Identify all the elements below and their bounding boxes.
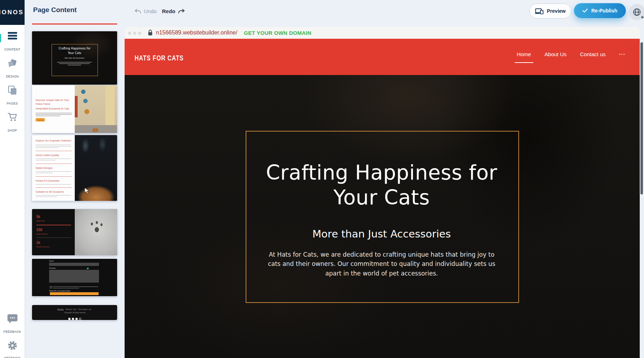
thumb-feature: Hand-Crafted Quality: [36, 154, 72, 156]
section-thumbnail-contact-form[interactable]: Name* Message Please fill in all require…: [32, 259, 117, 296]
social-icon: [75, 318, 78, 320]
thumb-shop-now-button: Shop Now: [36, 118, 45, 122]
undo-icon: [135, 9, 141, 14]
hero-section: Crafting Happiness for Your Cats More th…: [125, 75, 640, 358]
globe-icon: [632, 7, 642, 17]
site-url: n1566589.websitebuilder.online/: [156, 30, 237, 36]
panel-tab-underline: [32, 23, 117, 25]
social-icon: [68, 318, 70, 320]
sidebar-item-design[interactable]: DESIGN: [0, 56, 25, 79]
thumb-feature: Stylish Designs: [36, 167, 72, 169]
thumb-hero-subtitle: More than Just Accessories: [32, 57, 117, 59]
hero-title: Crafting Happiness for Your Cats: [204, 160, 560, 210]
window-dot: [138, 32, 141, 35]
thumb-discover-heading: Discover Unique Hats for Your Feline Fri…: [36, 98, 73, 106]
check-icon: [582, 9, 588, 13]
thumb-hero-title-1: Crafting Happiness for: [32, 47, 117, 50]
form-required-notice: Please fill in all required fields: [49, 290, 70, 292]
form-counter-badge: [87, 268, 89, 269]
settings-gear-icon: [7, 340, 18, 351]
thumb-collection-heading: Explore Our Exquisite Collection: [36, 139, 74, 142]
sidebar-item-label: CONTENT: [0, 48, 25, 51]
sidebar-item-feedback[interactable]: FEEDBACK: [0, 311, 25, 334]
footer-social-row: [32, 315, 117, 320]
nav-item-home[interactable]: Home: [517, 51, 531, 60]
thumb-hero-title-2: Your Cats: [32, 52, 117, 55]
thumb-paw-photo: [75, 209, 117, 255]
devices-icon: [535, 8, 544, 14]
stat-value: 5k: [36, 215, 40, 219]
thumb-feature: Suitable for All Occasions: [36, 191, 72, 193]
stat-label: Happy Cats: [36, 220, 45, 222]
redo-button[interactable]: Redo: [162, 6, 185, 16]
nav-item-about[interactable]: About Us: [545, 51, 567, 60]
section-thumbnail-footer[interactable]: Home About Us Contact us ©Copyright. All…: [32, 305, 117, 320]
sidebar-item-shop[interactable]: SHOP: [0, 110, 25, 133]
stat-label: Unique Designs: [36, 233, 48, 235]
window-dot: [128, 32, 131, 35]
stat-value: 150: [36, 228, 42, 232]
sidebar-item-pages[interactable]: PAGES: [0, 83, 25, 106]
thumb-feature: Perfect Fit Guarantee: [36, 180, 72, 182]
sidebar-item-content[interactable]: CONTENT: [0, 29, 25, 52]
preview-button[interactable]: Preview: [529, 4, 571, 18]
form-name-label: Name*: [49, 260, 54, 262]
feedback-icon: [7, 314, 18, 324]
section-thumbnail-hero[interactable]: Crafting Happiness for Your Cats More th…: [32, 31, 117, 85]
form-name-input: [49, 263, 99, 266]
form-message-label: Message: [49, 267, 56, 269]
pages-icon: [7, 85, 17, 95]
form-checkbox: [50, 286, 52, 288]
social-icon: [79, 318, 81, 320]
redo-icon: [178, 9, 185, 14]
thumb-street-photo: [75, 85, 117, 133]
thumb-cat-photo: [75, 135, 117, 201]
form-submit-button: [50, 292, 99, 295]
thumb-discover-subheading: Handcrafted Exclusively for Cats: [36, 107, 75, 110]
website-builder-app: IONOS CONTENT DESIGN PAGES: [0, 0, 644, 358]
window-dot: [133, 32, 136, 35]
canvas-scrollbar[interactable]: [640, 42, 643, 194]
undo-button[interactable]: Undo: [135, 6, 157, 16]
social-icon: [72, 318, 74, 320]
sidebar-item-label: FEEDBACK: [0, 330, 25, 333]
section-thumbnail-stats[interactable]: 5k Happy Cats 150 Unique Designs 1k Repe…: [32, 209, 117, 255]
republish-button[interactable]: Re-Publish: [574, 3, 626, 18]
nav-overflow-menu[interactable]: ···: [619, 51, 625, 60]
hero-body-text: At Hats for Cats, we are dedicated to cr…: [268, 250, 496, 278]
footer-copyright: ©Copyright. All rights reserved: [32, 312, 117, 314]
globe-status-dot: [641, 16, 644, 18]
stat-value: 1k: [36, 241, 40, 245]
lock-icon: [147, 29, 153, 36]
content-icon: [7, 31, 17, 41]
ionos-logo: IONOS: [0, 0, 25, 25]
sidebar-item-label: DESIGN: [0, 75, 25, 78]
site-brand[interactable]: HATS FOR CATS: [135, 54, 184, 62]
sidebar-item-label: SETTINGS: [0, 356, 25, 358]
site-nav: Home About Us Contact us ···: [517, 51, 625, 60]
sidebar-item-label: PAGES: [0, 102, 25, 105]
nav-item-contact[interactable]: Contact us: [580, 51, 606, 60]
design-icon: [7, 58, 18, 68]
page-title: Page Content: [33, 6, 77, 14]
get-domain-link[interactable]: GET YOUR OWN DOMAIN: [244, 30, 311, 36]
section-thumbnail-discover[interactable]: Discover Unique Hats for Your Feline Fri…: [32, 85, 117, 133]
footer-nav: Home About Us Contact us: [32, 309, 117, 310]
section-thumbnail-collection[interactable]: Explore Our Exquisite Collection Hand-Cr…: [32, 135, 117, 201]
form-message-textarea: [49, 270, 99, 283]
stat-label: Repeat Customers: [36, 246, 50, 248]
sidebar-item-label: SHOP: [0, 129, 25, 132]
hero-subtitle: More than Just Accessories: [239, 228, 524, 240]
sidebar: IONOS CONTENT DESIGN PAGES: [0, 0, 25, 358]
sidebar-item-settings[interactable]: SETTINGS: [0, 338, 25, 358]
site-header: HATS FOR CATS Home About Us Contact us ·…: [125, 39, 640, 75]
shop-cart-icon: [7, 112, 18, 122]
